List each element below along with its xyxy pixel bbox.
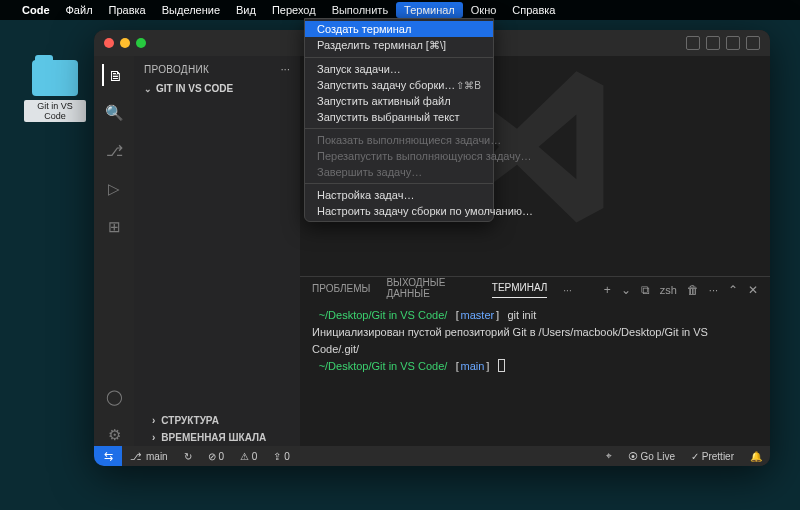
remote-indicator[interactable]: ⇆ <box>94 446 122 466</box>
panel-tabs-more[interactable]: ··· <box>563 285 571 296</box>
menu-item: Показать выполняющиеся задачи… <box>305 132 493 148</box>
close-panel-icon[interactable]: ✕ <box>748 283 758 297</box>
menu-item: Перезапустить выполняющуюся задачу… <box>305 148 493 164</box>
status-warnings[interactable]: ⚠ 0 <box>232 451 265 462</box>
branch-icon: ⎇ <box>130 451 142 462</box>
menu-run[interactable]: Выполнить <box>324 2 396 18</box>
panel-tabs: ПРОБЛЕМЫ ВЫХОДНЫЕ ДАННЫЕ ТЕРМИНАЛ ··· + … <box>300 277 770 303</box>
maximize-panel-icon[interactable]: ⌃ <box>728 283 738 297</box>
menu-item[interactable]: Запустить выбранный текст <box>305 109 493 125</box>
minimize-window-button[interactable] <box>120 38 130 48</box>
close-window-button[interactable] <box>104 38 114 48</box>
terminal-shell-name[interactable]: zsh <box>660 284 677 296</box>
menu-item[interactable]: Запустить активный файл <box>305 93 493 109</box>
menu-app[interactable]: Code <box>14 2 58 18</box>
toggle-sidebar-icon[interactable] <box>686 36 700 50</box>
mac-menubar: Code Файл Правка Выделение Вид Переход В… <box>0 0 800 20</box>
menu-window[interactable]: Окно <box>463 2 505 18</box>
status-ports[interactable]: ⇪ 0 <box>265 451 297 462</box>
activity-bar: 🗎 🔍 ⎇ ▷ ⊞ ◯ ⚙ <box>94 56 134 446</box>
desktop-folder[interactable]: Git in VS Code <box>24 60 86 122</box>
menu-item[interactable]: Настроить задачу сборки по умолчанию… <box>305 203 493 219</box>
status-errors[interactable]: ⊘ 0 <box>200 451 232 462</box>
settings-gear-icon[interactable]: ⚙ <box>103 424 125 446</box>
terminal-content[interactable]: ~/Desktop/Git in VS Code/ [master] git i… <box>300 303 770 446</box>
search-icon[interactable]: 🔍 <box>103 102 125 124</box>
menu-item[interactable]: Запустить задачу сборки…⇧⌘B <box>305 77 493 93</box>
status-sync[interactable]: ↻ <box>176 451 200 462</box>
menu-item[interactable]: Настройка задач… <box>305 187 493 203</box>
chevron-right-icon: › <box>152 415 155 426</box>
chevron-down-icon: ⌄ <box>144 84 152 94</box>
menu-item: Завершить задачу… <box>305 164 493 180</box>
run-debug-icon[interactable]: ▷ <box>103 178 125 200</box>
sidebar-folder-header[interactable]: ⌄ GIT IN VS CODE <box>134 79 300 98</box>
traffic-lights <box>104 38 146 48</box>
panel-more-icon[interactable]: ··· <box>709 284 718 296</box>
source-control-icon[interactable]: ⎇ <box>103 140 125 162</box>
status-branch[interactable]: ⎇ main <box>122 451 176 462</box>
accounts-icon[interactable]: ◯ <box>103 386 125 408</box>
status-bell-icon[interactable]: 🔔 <box>742 451 770 462</box>
zoom-window-button[interactable] <box>136 38 146 48</box>
terminal-profile-icon: ⧉ <box>641 283 650 297</box>
menu-file[interactable]: Файл <box>58 2 101 18</box>
sidebar-folder-name: GIT IN VS CODE <box>156 83 233 94</box>
customize-layout-icon[interactable] <box>746 36 760 50</box>
panel: ПРОБЛЕМЫ ВЫХОДНЫЕ ДАННЫЕ ТЕРМИНАЛ ··· + … <box>300 276 770 446</box>
sidebar-timeline[interactable]: › ВРЕМЕННАЯ ШКАЛА <box>134 429 300 446</box>
terminal-menu-dropdown: Создать терминалРазделить терминал [⌘\]З… <box>304 18 494 222</box>
status-prettier[interactable]: ✓ Prettier <box>683 451 742 462</box>
menu-go[interactable]: Переход <box>264 2 324 18</box>
tab-terminal[interactable]: ТЕРМИНАЛ <box>492 282 548 298</box>
extensions-icon[interactable]: ⊞ <box>103 216 125 238</box>
status-cursor[interactable]: ⌖ <box>598 450 620 462</box>
sidebar-explorer: ПРОВОДНИК ··· ⌄ GIT IN VS CODE › СТРУКТУ… <box>134 56 300 446</box>
toggle-secondary-icon[interactable] <box>726 36 740 50</box>
menu-view[interactable]: Вид <box>228 2 264 18</box>
status-golive[interactable]: ⦿ Go Live <box>620 451 683 462</box>
menu-selection[interactable]: Выделение <box>154 2 228 18</box>
new-terminal-dropdown-icon[interactable]: ⌄ <box>621 283 631 297</box>
explorer-icon[interactable]: 🗎 <box>102 64 124 86</box>
desktop-folder-label: Git in VS Code <box>24 100 86 122</box>
menu-edit[interactable]: Правка <box>101 2 154 18</box>
menu-item[interactable]: Запуск задачи… <box>305 61 493 77</box>
sidebar-outline[interactable]: › СТРУКТУРА <box>134 412 300 429</box>
tab-output[interactable]: ВЫХОДНЫЕ ДАННЫЕ <box>386 277 475 303</box>
sidebar-more-icon[interactable]: ··· <box>281 64 290 75</box>
toggle-panel-icon[interactable] <box>706 36 720 50</box>
folder-icon <box>32 60 78 96</box>
chevron-right-icon: › <box>152 432 155 443</box>
sidebar-title: ПРОВОДНИК <box>144 64 209 75</box>
menu-item[interactable]: Создать терминал <box>305 21 493 37</box>
tab-problems[interactable]: ПРОБЛЕМЫ <box>312 283 370 298</box>
menu-item[interactable]: Разделить терминал [⌘\] <box>305 37 493 54</box>
menu-terminal[interactable]: Терминал <box>396 2 463 18</box>
menu-help[interactable]: Справка <box>504 2 563 18</box>
kill-terminal-icon[interactable]: 🗑 <box>687 283 699 297</box>
status-bar: ⇆ ⎇ main ↻ ⊘ 0 ⚠ 0 ⇪ 0 ⌖ ⦿ Go Live ✓ Pre… <box>94 446 770 466</box>
new-terminal-icon[interactable]: + <box>604 283 611 297</box>
layout-controls <box>686 36 760 50</box>
